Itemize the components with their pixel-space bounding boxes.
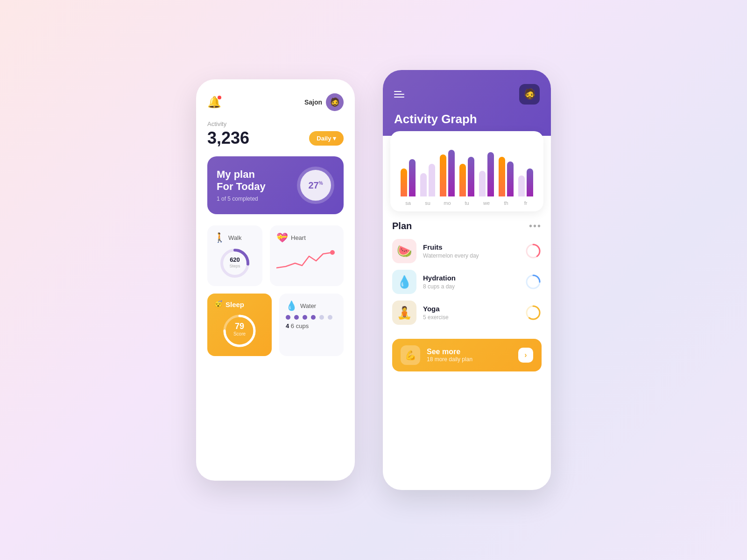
p2-top-row: 🧔 [394,84,540,105]
walk-emoji: 🚶 [214,232,226,243]
yoga-ring [525,304,542,321]
heart-emoji: 💝 [276,232,288,243]
label-su: su [420,200,435,206]
daily-button[interactable]: Daily ▾ [309,131,344,146]
bell-icon[interactable]: 🔔 [207,96,221,109]
water-card: 💧 Water 4 6 cups [279,294,344,356]
walk-circle: 620 Steps [214,247,256,280]
bar-tu-purple [468,157,474,196]
water-dot-5 [319,315,324,320]
user-info: Sajon 🧔 [304,93,344,111]
sleep-label: Sleep [226,301,244,308]
yoga-icon-box: 🧘 [392,301,416,325]
p2-header: 🧔 Activity Graph [383,70,551,136]
activity-value: 3,236 [207,128,249,148]
hamburger-icon[interactable] [394,91,404,98]
see-more-button[interactable]: 💪 See more 18 more daily plan › [392,339,542,371]
see-more-icon: 💪 [401,345,420,365]
phone-1: 🔔 Sajon 🧔 Activity 3,236 Daily ▾ My plan… [196,79,355,481]
fruits-emoji: 🍉 [397,244,412,259]
plan-item-yoga[interactable]: 🧘 Yoga 5 exercise [392,301,542,325]
water-emoji: 💧 [286,300,297,311]
bar-we-purple [487,152,494,196]
hydration-icon-box: 💧 [392,270,416,294]
dots-menu[interactable]: ••• [529,221,542,231]
label-fr: fr [518,200,533,206]
plan-title: My plan For Today [217,168,266,193]
water-cups-text: 4 6 cups [286,322,337,329]
sleep-ring: 79 Score [221,312,258,350]
plan-section: Plan ••• 🍉 Fruits Watermelon every day 💧 [383,211,551,339]
hydration-title: Hydration [423,274,518,282]
plan-item-hydration[interactable]: 💧 Hydration 8 cups a day [392,270,542,294]
water-total: 6 cups [291,322,309,329]
sleep-card: 😴 Sleep 79 Score [207,294,272,356]
bar-mo-purple [448,150,455,196]
svg-text:Score: Score [233,331,246,336]
bar-sa-purple [409,159,416,196]
p2-avatar: 🧔 [519,84,540,105]
plan-header: Plan ••• [392,221,542,231]
bar-pair-we [479,152,494,196]
stats-row-1: 🚶 Walk 620 Steps 💝 Heart [207,225,344,286]
phone-2: 🧔 Activity Graph [383,70,551,490]
activity-label: Activity [207,120,344,127]
see-more-emoji: 💪 [405,350,416,361]
label-mo: mo [440,200,455,206]
fruits-icon-box: 🍉 [392,239,416,263]
water-label: Water [300,302,316,309]
plan-card[interactable]: My plan For Today 1 of 5 completed 27% [207,156,344,214]
stats-row-2: 😴 Sleep 79 Score 💧 Water [207,294,344,356]
label-we: we [479,200,494,206]
yoga-emoji: 🧘 [397,306,412,320]
plan-percent-display: 27% [300,170,331,201]
svg-text:Steps: Steps [229,264,240,268]
label-sa: sa [401,200,416,206]
walk-title: 🚶 Walk [214,232,256,243]
water-dots [286,315,337,320]
svg-point-4 [330,250,335,255]
bar-tu-orange [459,164,466,196]
heart-line [276,247,337,274]
bar-sa-orange [401,168,407,196]
fruits-text: Fruits Watermelon every day [423,243,518,259]
sleep-title: 😴 Sleep [214,300,265,308]
fruits-title: Fruits [423,243,518,251]
label-tu: tu [459,200,474,206]
bar-pair-mo [440,150,455,196]
water-dot-6 [328,315,332,320]
bar-pair-th [499,157,514,196]
yoga-title: Yoga [423,305,518,313]
svg-text:620: 620 [230,256,240,263]
water-dot-4 [311,315,316,320]
label-th: th [499,200,514,206]
bar-pair-su [420,164,435,196]
plan-section-title: Plan [392,221,412,231]
bar-th-orange [499,157,505,196]
activity-row: 3,236 Daily ▾ [207,128,344,148]
water-dot-3 [303,315,307,320]
notification-dot [218,96,221,99]
see-more-arrow: › [518,348,533,363]
water-title: 💧 Water [286,300,337,311]
steps-ring: 620 Steps [218,247,251,280]
walk-card: 🚶 Walk 620 Steps [207,225,262,286]
p1-header: 🔔 Sajon 🧔 [207,93,344,111]
heart-card: 💝 Heart [270,225,344,286]
plan-item-fruits[interactable]: 🍉 Fruits Watermelon every day [392,239,542,263]
walk-label: Walk [228,234,241,241]
fruits-subtitle: Watermelon every day [423,252,518,259]
avatar: 🧔 [326,93,344,111]
svg-text:79: 79 [235,322,244,331]
hydration-ring [525,273,542,290]
bar-th-purple [507,161,514,196]
bar-pair-fr [518,168,533,196]
water-dot-1 [286,315,290,320]
bar-we-light [479,171,486,196]
bar-mo-orange [440,154,446,196]
bar-pair-tu [459,157,474,196]
see-more-title: See more [427,348,512,356]
see-more-subtitle: 18 more daily plan [427,356,512,363]
heart-title: 💝 Heart [276,232,337,243]
hydration-text: Hydration 8 cups a day [423,274,518,290]
